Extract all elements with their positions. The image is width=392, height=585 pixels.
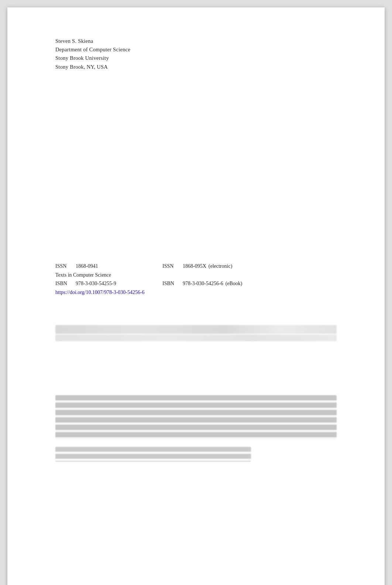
series-label: Texts in Computer Science xyxy=(55,272,111,278)
redacted-paragraph-2 xyxy=(55,447,251,462)
issn-electronic-value: 1868-095X xyxy=(183,262,206,270)
issn-print-value: 1868-0941 xyxy=(76,262,98,270)
author-block: Steven S. Skiena Department of Computer … xyxy=(55,37,337,71)
author-department: Department of Computer Science xyxy=(55,45,337,54)
redacted-paragraph-1 xyxy=(55,395,337,439)
isbn-print-label: ISBN xyxy=(55,280,76,288)
isbn-ebook-col: ISBN 978-3-030-54256-6 (eBook) xyxy=(162,280,337,288)
doi-link[interactable]: https://doi.org/10.1007/978-3-030-54256-… xyxy=(55,288,337,297)
series-row: Texts in Computer Science xyxy=(55,271,337,279)
redacted-text-2 xyxy=(55,335,337,341)
isbn-print-value: 978-3-030-54255-9 xyxy=(76,280,116,288)
isbn-row: ISBN 978-3-030-54255-9 ISBN 978-3-030-54… xyxy=(55,280,337,288)
metadata-block: ISSN 1868-0941 ISSN 1868-095X (electroni… xyxy=(55,262,337,297)
page: Steven S. Skiena Department of Computer … xyxy=(7,7,385,585)
issn-electronic-label: ISSN xyxy=(162,262,183,270)
author-university: Stony Brook University xyxy=(55,54,337,62)
issn-electronic-qualifier: (electronic) xyxy=(209,262,233,270)
author-name: Steven S. Skiena xyxy=(55,37,337,45)
redacted-text-1 xyxy=(55,325,337,334)
issn-electronic-col: ISSN 1868-095X (electronic) xyxy=(162,262,337,270)
isbn-ebook-label: ISBN xyxy=(162,280,183,288)
isbn-print-col: ISBN 978-3-030-54255-9 xyxy=(55,280,162,288)
isbn-ebook-value: 978-3-030-54256-6 xyxy=(183,280,223,288)
issn-print-col: ISSN 1868-0941 xyxy=(55,262,162,270)
isbn-ebook-qualifier: (eBook) xyxy=(226,280,243,288)
issn-row: ISSN 1868-0941 ISSN 1868-095X (electroni… xyxy=(55,262,337,270)
issn-print-label: ISSN xyxy=(55,262,76,270)
author-location: Stony Brook, NY, USA xyxy=(55,63,337,71)
